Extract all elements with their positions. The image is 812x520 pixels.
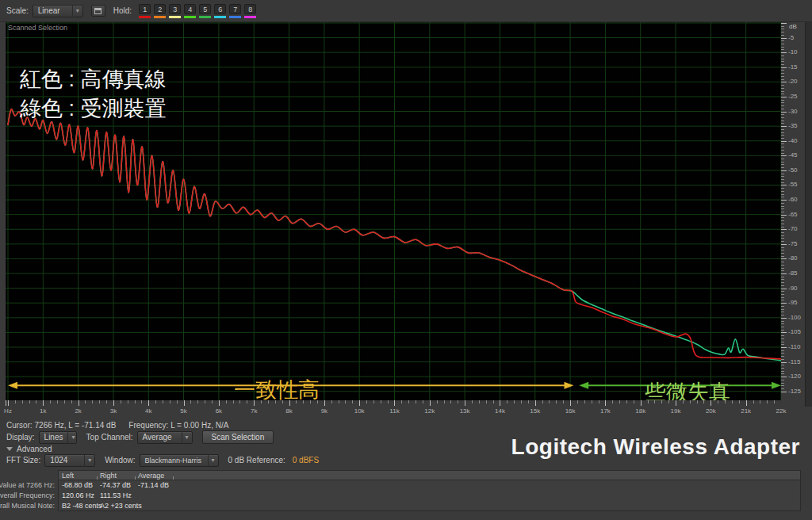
frequency-tick-label: 6k <box>209 407 229 415</box>
hold-button-2[interactable]: 2 <box>154 4 166 18</box>
db-tick-label: -65 <box>788 211 804 219</box>
reference-value[interactable]: 0 dBFS <box>293 456 319 465</box>
table-cell: A2 +23 cents <box>100 502 142 510</box>
hold-button-7[interactable]: 7 <box>229 4 241 18</box>
scale-dropdown[interactable]: Linear <box>33 5 83 17</box>
hold-button-5[interactable]: 5 <box>199 4 211 18</box>
db-tick-label: -95 <box>788 299 804 307</box>
table-cell: 111.53 Hz <box>100 491 132 499</box>
spectrum-plot[interactable]: Scanned Selection 紅色 : 高傳真線 綠色 : 受測裝置 一致… <box>6 22 781 400</box>
display-controls-row: Display: Lines Top Channel: Average Scan… <box>6 430 274 444</box>
legend-overlay: 紅色 : 高傳真線 綠色 : 受測裝置 <box>20 65 167 124</box>
db-axis-unit: dB <box>789 23 797 30</box>
table-row-label: Overall Musical Note: <box>0 502 55 510</box>
frequency-tick-label: 22k <box>771 407 791 415</box>
legend-line-green: 綠色 : 受測裝置 <box>20 94 167 124</box>
db-tick-label: -85 <box>788 270 804 277</box>
db-tick-label: -45 <box>788 151 804 159</box>
hold-button-4[interactable]: 4 <box>184 4 196 18</box>
hold-color-strip <box>214 16 226 18</box>
top-channel-dropdown[interactable]: Average <box>137 431 193 444</box>
db-axis-major-ticks <box>781 23 787 394</box>
frequency-tick-label: 9k <box>314 407 335 415</box>
header-separator <box>97 476 98 480</box>
db-tick-label: -10 <box>788 48 804 56</box>
db-tick-label: -35 <box>788 122 804 130</box>
frequency-tick-label: 1k <box>33 407 53 415</box>
frequency-tick-label: 19k <box>665 407 686 415</box>
frequency-readout: Frequency: L = 0.00 Hz, N/A <box>128 421 228 430</box>
frequency-tick-label: 13k <box>454 407 475 415</box>
fft-size-label: FFT Size: <box>6 456 40 465</box>
hold-button-number: 8 <box>244 4 256 14</box>
frequency-tick-label: 5k <box>174 407 194 415</box>
display-value: Lines <box>44 433 63 442</box>
db-tick-label: -75 <box>788 240 804 248</box>
db-tick-label: -40 <box>788 137 804 145</box>
db-axis[interactable]: dB -5-10-15-20-25-30-35-40-45-50-55-60-6… <box>781 22 805 407</box>
hold-color-strip <box>139 16 151 18</box>
table-row: -68.80 dB-74.37 dB-71.14 dB <box>59 480 800 491</box>
hold-color-strip <box>244 16 256 18</box>
frequency-tick-label: 12k <box>419 407 440 415</box>
scale-label: Scale: <box>6 6 29 15</box>
table-row: B2 -48 centsA2 +23 cents <box>59 501 800 511</box>
db-tick-label: -125 <box>788 388 804 396</box>
frequency-tick-label: 10k <box>349 407 370 415</box>
frequency-tick-label: 16k <box>560 407 580 415</box>
db-tick-label: -50 <box>788 166 804 174</box>
hold-color-strip <box>169 16 181 18</box>
results-column-header: Average <box>138 472 164 480</box>
hold-button-number: 4 <box>184 4 196 14</box>
hold-button-6[interactable]: 6 <box>214 4 226 18</box>
fft-controls-row: FFT Size: 1024 Window: Blackmann-Harris … <box>6 453 319 467</box>
header-separator <box>135 476 136 480</box>
db-tick-label: -110 <box>788 343 804 351</box>
cursor-readout: Cursor: 7266 Hz, L = -71.14 dB <box>6 421 116 430</box>
frequency-tick-label: 4k <box>138 407 159 415</box>
db-tick-label: -80 <box>788 254 804 262</box>
plot-corner-label: Scanned Selection <box>8 24 67 32</box>
top-channel-value: Average <box>143 433 172 442</box>
db-tick-label: -5 <box>788 34 804 42</box>
table-cell: -71.14 dB <box>138 481 169 489</box>
db-tick-label: -105 <box>788 328 804 336</box>
chevron-down-icon <box>208 454 215 467</box>
chevron-down-icon <box>72 5 79 17</box>
advanced-section-toggle[interactable]: Advanced <box>6 444 52 453</box>
window-value: Blackmann-Harris <box>145 457 202 465</box>
legend-line-red: 紅色 : 高傳真線 <box>20 65 167 94</box>
hold-button-8[interactable]: 8 <box>244 4 256 18</box>
frequency-tick-label: 8k <box>279 407 300 415</box>
frequency-tick-label: 11k <box>384 407 404 415</box>
table-row-label: Value at 7266 Hz: <box>0 481 55 489</box>
hold-color-strip <box>199 16 211 18</box>
panel-menu-button[interactable] <box>91 5 105 17</box>
hold-button-1[interactable]: 1 <box>139 4 151 18</box>
fft-size-dropdown[interactable]: 1024 <box>44 454 95 467</box>
db-tick-label: -115 <box>788 358 804 366</box>
hold-label: Hold: <box>113 6 132 15</box>
db-tick-label: -100 <box>788 314 804 322</box>
display-label: Display: <box>6 433 35 442</box>
results-column-header: Left <box>62 472 74 480</box>
window-label: Window: <box>105 456 135 465</box>
top-channel-label: Top Channel: <box>86 433 133 442</box>
frequency-tick-label: Hz <box>0 407 18 415</box>
frequency-tick-label: 21k <box>736 407 756 415</box>
collapse-triangle-icon <box>6 447 13 451</box>
scan-selection-button[interactable]: Scan Selection <box>202 430 274 444</box>
hold-button-3[interactable]: 3 <box>169 4 181 18</box>
db-tick-label: -55 <box>788 181 804 189</box>
frequency-axis[interactable]: Hz1k2k3k4k5k6k7k8k9k10k11k12k13k14k15k16… <box>6 400 781 419</box>
frequency-tick-label: 20k <box>700 407 721 415</box>
hold-button-number: 6 <box>214 4 226 14</box>
hold-button-number: 7 <box>229 4 241 14</box>
hold-button-number: 3 <box>169 4 181 14</box>
vertical-scrollbar[interactable] <box>805 22 812 407</box>
display-dropdown[interactable]: Lines <box>39 431 77 444</box>
db-tick-label: -15 <box>788 63 804 71</box>
table-cell: 120.06 Hz <box>62 491 94 499</box>
frequency-tick-label: 7k <box>243 407 264 415</box>
window-dropdown[interactable]: Blackmann-Harris <box>140 454 219 467</box>
